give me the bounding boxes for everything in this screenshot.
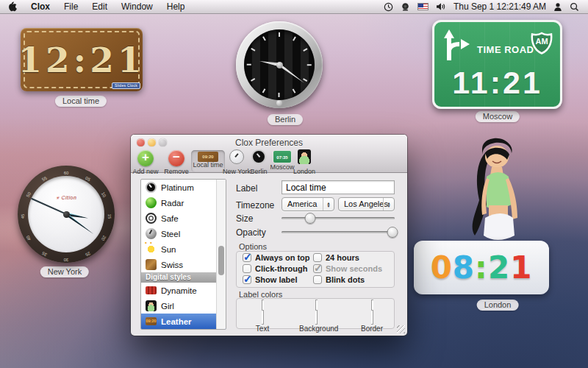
checkbox-box — [243, 275, 251, 284]
list-item-leather-selected[interactable]: 09:20 Leather — [141, 314, 226, 329]
window-title-bar[interactable]: Clox Preferences + Add new − Remove 09:2… — [131, 135, 407, 173]
menu-edit[interactable]: Edit — [92, 1, 107, 12]
menu-file[interactable]: File — [64, 1, 78, 12]
list-item-safe[interactable]: Safe — [141, 210, 226, 226]
list-item-sun[interactable]: Sun — [141, 241, 226, 257]
add-new-button[interactable]: + Add new — [131, 149, 160, 175]
label-input[interactable] — [282, 180, 395, 194]
timezone-city-dropdown[interactable]: Los Angeles ▲▼ — [338, 197, 395, 211]
moscow-time-digits: 11:21 — [434, 65, 560, 101]
list-item-radar[interactable]: Radar — [141, 195, 226, 210]
checkbox-always-on-top[interactable]: Always on top — [243, 253, 310, 262]
dynamite-style-icon — [146, 286, 157, 294]
opacity-slider[interactable] — [282, 231, 395, 233]
timezone-caption: Timezone — [236, 200, 274, 210]
girl-illustration[interactable] — [450, 137, 538, 247]
local-time-label-pill: Local time — [55, 96, 107, 107]
moscow-road-sign-widget[interactable]: TIME ROAD AM 11:21 — [432, 20, 562, 109]
list-scrollbar[interactable] — [216, 180, 226, 329]
menu-help[interactable]: Help — [167, 1, 185, 12]
checkbox-click-through[interactable]: Click-through — [243, 264, 308, 273]
opacity-slider-knob[interactable] — [387, 227, 398, 238]
clock-brand-logo: Cition — [28, 195, 104, 200]
user-icon[interactable] — [553, 2, 562, 12]
checkbox-box — [313, 264, 322, 273]
window-title: Clox Preferences — [131, 138, 407, 148]
sign-title: TIME ROAD — [477, 44, 534, 55]
background-color-well[interactable]: Background — [299, 302, 333, 333]
girl-thumbnail — [298, 149, 311, 164]
app-status-icon[interactable] — [401, 2, 410, 12]
label-caption: Label — [236, 183, 257, 194]
size-caption: Size — [236, 213, 253, 224]
watermark-badge: Slides Clock — [112, 82, 140, 89]
opacity-caption: Opacity — [236, 227, 266, 238]
new-york-label-pill: New York — [40, 266, 89, 277]
border-color-well[interactable]: Border — [355, 302, 389, 333]
options-caption: Options — [239, 242, 267, 251]
clock-face: Cition — [28, 176, 104, 252]
list-item-platinum[interactable]: Platinum — [141, 180, 226, 195]
leather-style-icon: 09:20 — [146, 317, 157, 325]
checkbox-blink-dots[interactable]: Blink dots — [313, 275, 365, 284]
menu-app-name[interactable]: Clox — [31, 1, 50, 12]
clock-face — [244, 29, 315, 100]
sun-style-icon — [146, 244, 157, 255]
clock-hub — [63, 211, 70, 218]
checkbox-24-hours[interactable]: 24 hours — [313, 253, 359, 262]
local-time-leather-clock-widget[interactable]: 12:21 Slides Clock — [21, 28, 143, 91]
list-item-dynamite[interactable]: Dynamite — [141, 283, 226, 298]
window-resize-grip[interactable] — [397, 325, 405, 333]
leather-thumbnail: 09:20 — [198, 152, 218, 162]
clock-hub — [276, 62, 283, 68]
clock-styles-list: Platinum Radar Safe Steel Sun Swiss Digi… — [140, 179, 226, 330]
timezone-region-dropdown[interactable]: America ▲▼ — [282, 197, 334, 211]
berlin-label-pill: Berlin — [268, 114, 303, 125]
plus-icon: + — [137, 150, 154, 166]
new-york-clock-widget[interactable]: 600510152025303540455055 Cition — [18, 166, 115, 263]
list-item-swiss[interactable]: Swiss — [141, 257, 226, 272]
moscow-label-pill: Moscow — [476, 111, 520, 122]
radar-style-icon — [146, 197, 157, 208]
text-color-swatch — [262, 300, 264, 325]
input-language-flag-icon[interactable] — [417, 3, 429, 10]
remove-button[interactable]: − Remove — [162, 149, 191, 175]
platinum-style-icon — [146, 182, 157, 193]
checkbox-show-seconds[interactable]: Show seconds — [313, 264, 382, 273]
size-slider[interactable] — [282, 217, 395, 219]
checkbox-box — [313, 275, 322, 284]
swiss-style-icon — [146, 259, 157, 270]
scrollbar-thumb[interactable] — [218, 246, 224, 275]
size-slider-knob[interactable] — [304, 213, 315, 224]
popup-arrows-icon: ▲▼ — [383, 198, 394, 210]
toolbar-clock-london[interactable]: London — [290, 149, 319, 175]
apple-menu-icon[interactable] — [8, 1, 17, 12]
checkbox-show-label[interactable]: Show label — [243, 275, 297, 284]
text-color-well[interactable]: Text — [245, 302, 279, 333]
menu-window[interactable]: Window — [121, 1, 153, 12]
clox-preferences-window: Clox Preferences + Add new − Remove 09:2… — [131, 135, 407, 336]
list-item-steel[interactable]: Steel — [141, 226, 226, 241]
popup-arrows-icon: ▲▼ — [323, 198, 334, 210]
steel-style-icon — [146, 228, 157, 239]
london-digital-clock-widget[interactable]: 08:21 — [414, 241, 549, 294]
spotlight-icon[interactable] — [570, 2, 579, 12]
checkbox-box — [243, 264, 251, 273]
minus-icon: − — [168, 150, 184, 166]
list-section-digital-styles: Digital styles — [141, 272, 226, 283]
list-item-girl[interactable]: Girl — [141, 298, 226, 314]
meridiem-text: AM — [535, 37, 548, 46]
berlin-clock-widget[interactable] — [236, 21, 323, 108]
volume-icon[interactable] — [436, 2, 446, 11]
menu-bar-clock[interactable]: Thu Sep 1 12:21:49 AM — [453, 1, 546, 12]
menu-bar: Clox File Edit Window Help Thu Sep 1 12:… — [0, 0, 588, 14]
toolbar-clock-local-time-selected[interactable]: 09:20 Local time — [191, 150, 225, 172]
clock-status-icon[interactable] — [384, 2, 393, 12]
black-analog-thumbnail — [251, 149, 266, 164]
checkbox-box — [243, 253, 251, 262]
london-label-pill: London — [477, 300, 519, 311]
am-shield-badge: AM — [530, 32, 553, 55]
girl-style-icon — [146, 300, 157, 311]
road-arrow-icon — [440, 28, 471, 65]
clock-bezel-button — [276, 100, 282, 106]
